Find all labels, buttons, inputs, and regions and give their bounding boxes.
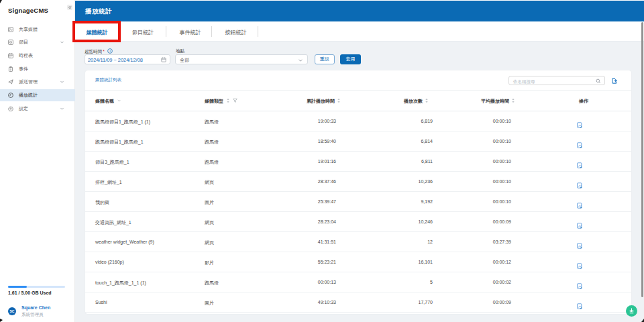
svg-text:i: i	[109, 49, 110, 53]
